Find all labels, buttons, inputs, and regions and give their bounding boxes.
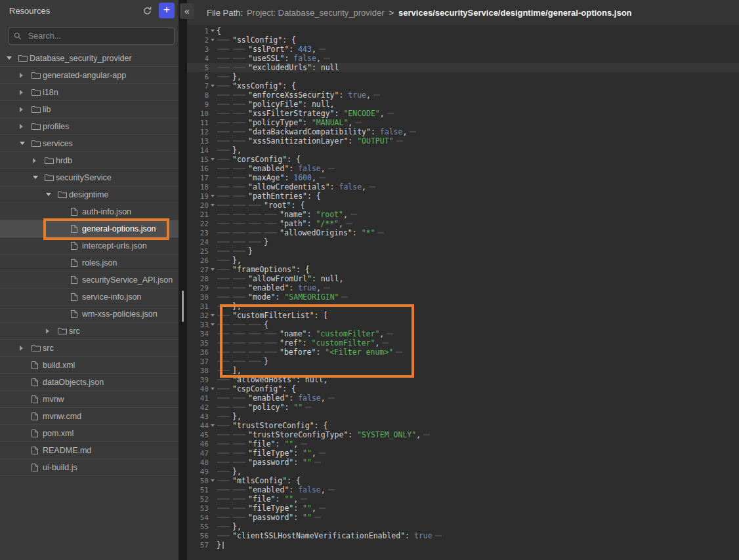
code-line-54[interactable]: 54"password": "" bbox=[187, 513, 739, 522]
code-line-22[interactable]: 22"path": "/**", bbox=[187, 219, 739, 228]
tree-row-mvnw[interactable]: mvnw bbox=[0, 391, 179, 408]
tree-row-services[interactable]: services bbox=[0, 135, 179, 152]
sidebar-scrollbar[interactable] bbox=[182, 290, 184, 322]
code-line-2[interactable]: 2"sslConfig": { bbox=[187, 35, 739, 45]
chevron-expanded-icon[interactable] bbox=[7, 56, 12, 60]
chevron-collapsed-icon[interactable] bbox=[33, 158, 36, 163]
code-line-33[interactable]: 33{ bbox=[187, 320, 739, 329]
code-line-24[interactable]: 24} bbox=[187, 237, 739, 247]
code-line-40[interactable]: 40"cspConfig": { bbox=[187, 384, 739, 393]
tree-row-intercept-urls-json[interactable]: intercept-urls.json bbox=[0, 237, 179, 254]
code-line-12[interactable]: 12"dataBackwardCompatibility": false, bbox=[187, 127, 739, 136]
code-line-4[interactable]: 4"useSSL": false, bbox=[187, 54, 739, 63]
refresh-button[interactable] bbox=[140, 3, 154, 18]
code-line-6[interactable]: 6}, bbox=[187, 72, 739, 81]
tree-row-build-xml[interactable]: build.xml bbox=[0, 357, 179, 374]
code-line-44[interactable]: 44"trustStoreConfig": { bbox=[187, 421, 739, 430]
collapse-sidebar-button[interactable]: « bbox=[180, 3, 194, 19]
chevron-collapsed-icon[interactable] bbox=[20, 73, 23, 78]
tree-row-database-security-provider[interactable]: Database_security_provider bbox=[0, 50, 179, 67]
chevron-expanded-icon[interactable] bbox=[33, 176, 38, 179]
code-line-52[interactable]: 52"file": "", bbox=[187, 494, 739, 504]
tree-row-lib[interactable]: lib bbox=[0, 101, 179, 118]
tree-row-src[interactable]: src bbox=[0, 323, 179, 340]
tree-row-profiles[interactable]: profiles bbox=[0, 118, 179, 135]
fold-arrow-icon[interactable] bbox=[211, 39, 215, 41]
tree-row-designtime[interactable]: designtime bbox=[0, 186, 179, 203]
fold-arrow-icon[interactable] bbox=[211, 85, 215, 87]
fold-arrow-icon[interactable] bbox=[211, 479, 215, 482]
code-line-16[interactable]: 16"enabled": false, bbox=[187, 164, 739, 173]
code-line-29[interactable]: 29"enabled": true, bbox=[187, 283, 739, 292]
tree-row-securityservice[interactable]: securityService bbox=[0, 169, 179, 186]
tree-row-general-options-json[interactable]: general-options.json bbox=[0, 220, 179, 237]
add-button[interactable]: + bbox=[159, 3, 175, 18]
code-line-53[interactable]: 53"fileType": "", bbox=[187, 504, 739, 513]
code-line-32[interactable]: 32"customFilterList": [ bbox=[187, 311, 739, 320]
code-line-26[interactable]: 26}, bbox=[187, 256, 739, 265]
code-line-55[interactable]: 55}, bbox=[187, 522, 739, 531]
code-line-50[interactable]: 50"mtlsConfig": { bbox=[187, 476, 739, 485]
code-line-46[interactable]: 46"file": "", bbox=[187, 439, 739, 449]
tree-row-service-info-json[interactable]: service-info.json bbox=[0, 289, 179, 306]
tree-row-dataobjects-json[interactable]: dataObjects.json bbox=[0, 374, 179, 391]
code-line-34[interactable]: 34"name": "customFilter", bbox=[187, 329, 739, 338]
code-line-11[interactable]: 11"policyType": "MANUAL", bbox=[187, 118, 739, 127]
code-line-51[interactable]: 51"enabled": false, bbox=[187, 485, 739, 494]
code-line-43[interactable]: 43}, bbox=[187, 412, 739, 421]
code-line-41[interactable]: 41"enabled": false, bbox=[187, 393, 739, 403]
code-line-49[interactable]: 49}, bbox=[187, 467, 739, 476]
code-line-56[interactable]: 56"clientSSLHostNameVerificationEnabled"… bbox=[187, 531, 739, 540]
code-line-13[interactable]: 13"xssSanitizationLayer": "OUTPUT" bbox=[187, 136, 739, 146]
code-line-38[interactable]: 38], bbox=[187, 366, 739, 375]
tree-row-readme-md[interactable]: README.md bbox=[0, 442, 179, 459]
tree-row-auth-info-json[interactable]: auth-info.json bbox=[0, 203, 179, 220]
chevron-collapsed-icon[interactable] bbox=[46, 329, 49, 334]
tree-row-securityservice-api-json[interactable]: securityService_API.json bbox=[0, 271, 179, 289]
code-line-37[interactable]: 37} bbox=[187, 357, 739, 366]
chevron-collapsed-icon[interactable] bbox=[20, 124, 23, 129]
tree-row-generated-angular-app[interactable]: generated-angular-app bbox=[0, 67, 179, 84]
code-line-39[interactable]: 39"allowedHosts": null, bbox=[187, 375, 739, 384]
tree-row-pom-xml[interactable]: pom.xml bbox=[0, 425, 179, 442]
tree-row-mvnw-cmd[interactable]: mvnw.cmd bbox=[0, 408, 179, 425]
code-line-7[interactable]: 7"xssConfig": { bbox=[187, 81, 739, 90]
chevron-collapsed-icon[interactable] bbox=[20, 90, 23, 95]
fold-arrow-icon[interactable] bbox=[211, 314, 215, 317]
code-line-36[interactable]: 36"before": "<Filter enum>" bbox=[187, 348, 739, 357]
fold-arrow-icon[interactable] bbox=[211, 388, 215, 390]
chevron-collapsed-icon[interactable] bbox=[20, 346, 23, 351]
code-editor[interactable]: 1{2"sslConfig": {3"sslPort": 443,4"useSS… bbox=[187, 25, 739, 560]
code-line-17[interactable]: 17"maxAge": 1600, bbox=[187, 173, 739, 182]
code-line-57[interactable]: 57} bbox=[187, 540, 739, 550]
code-line-31[interactable]: 31}, bbox=[187, 302, 739, 311]
code-line-15[interactable]: 15"corsConfig": { bbox=[187, 155, 739, 164]
fold-arrow-icon[interactable] bbox=[211, 195, 215, 197]
fold-arrow-icon[interactable] bbox=[211, 268, 215, 271]
code-line-27[interactable]: 27"frameOptions": { bbox=[187, 265, 739, 274]
chevron-expanded-icon[interactable] bbox=[20, 142, 25, 145]
code-line-8[interactable]: 8"enforceXssSecurity": true, bbox=[187, 90, 739, 100]
code-line-1[interactable]: 1{ bbox=[187, 26, 739, 35]
code-line-28[interactable]: 28"allowFromUrl": null, bbox=[187, 274, 739, 283]
fold-arrow-icon[interactable] bbox=[211, 424, 215, 427]
code-line-48[interactable]: 48"password": "" bbox=[187, 458, 739, 467]
code-line-3[interactable]: 3"sslPort": 443, bbox=[187, 45, 739, 54]
tree-row-src[interactable]: src bbox=[0, 340, 179, 357]
code-line-23[interactable]: 23"allowedOrigins": "*" bbox=[187, 228, 739, 237]
search-input[interactable] bbox=[27, 31, 169, 41]
tree-row-wm-xss-policies-json[interactable]: wm-xss-policies.json bbox=[0, 306, 179, 323]
chevron-collapsed-icon[interactable] bbox=[20, 107, 23, 112]
code-line-10[interactable]: 10"xssFilterStrategy": "ENCODE", bbox=[187, 109, 739, 118]
code-line-45[interactable]: 45"trustStoreConfigType": "SYSTEM_ONLY", bbox=[187, 430, 739, 439]
chevron-expanded-icon[interactable] bbox=[46, 193, 51, 196]
fold-arrow-icon[interactable] bbox=[211, 204, 215, 207]
tree-row-ui-build-js[interactable]: ui-build.js bbox=[0, 459, 179, 476]
fold-arrow-icon[interactable] bbox=[211, 323, 215, 326]
code-line-18[interactable]: 18"allowCredentials": false, bbox=[187, 182, 739, 191]
code-line-20[interactable]: 20"root": { bbox=[187, 201, 739, 210]
tree-row-hrdb[interactable]: hrdb bbox=[0, 152, 179, 169]
code-line-19[interactable]: 19"pathEntries": { bbox=[187, 191, 739, 201]
tree-row-i18n[interactable]: i18n bbox=[0, 84, 179, 101]
code-line-35[interactable]: 35"ref": "customFilter", bbox=[187, 338, 739, 348]
